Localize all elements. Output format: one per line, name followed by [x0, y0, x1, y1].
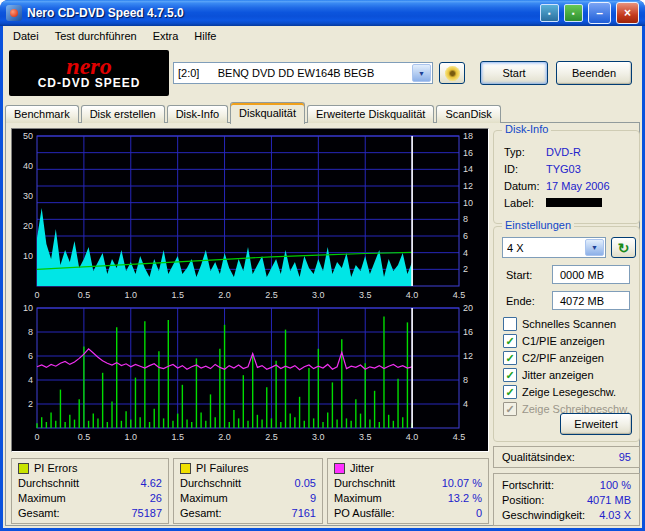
- pi-errors-swatch-icon: [18, 463, 29, 474]
- checkbox-zeige-lesegeschw[interactable]: ✓ Zeige Lesegeschw.: [503, 385, 616, 399]
- tab-erweiterte-diskqualitaet[interactable]: Erweiterte Diskqualität: [307, 105, 434, 123]
- chevron-down-icon[interactable]: ▼: [412, 64, 431, 82]
- disk-info-caption: Disk-Info: [502, 123, 551, 135]
- close-button[interactable]: ×: [616, 2, 639, 24]
- drive-select[interactable]: [2:0] BENQ DVD DD EW164B BEGB ▼: [173, 62, 433, 84]
- checkbox-jitter-anzeigen[interactable]: ✓ Jitter anzeigen: [503, 368, 594, 382]
- svg-text:2: 2: [28, 399, 33, 409]
- start-mb-field[interactable]: 0000 MB: [552, 265, 630, 284]
- pi-failures-title: PI Failures: [196, 462, 249, 474]
- menu-item-datei[interactable]: Datei: [5, 28, 47, 44]
- check-icon: ✓: [505, 387, 514, 397]
- progress-row: Fortschritt: 100 %: [502, 477, 631, 492]
- svg-text:12: 12: [463, 181, 473, 191]
- speed-row: Geschwindigkeit: 4.03 X: [502, 507, 631, 522]
- jitter-title: Jitter: [350, 462, 374, 474]
- stat-row: Durchschnitt0.05: [174, 475, 322, 490]
- svg-text:10: 10: [463, 198, 473, 208]
- checkbox-box[interactable]: ✓: [503, 385, 517, 399]
- svg-text:4.5: 4.5: [453, 432, 466, 442]
- jitter-panel: Jitter Durchschnitt10.07 % Maximum13.2 %…: [327, 458, 489, 524]
- minimize-button[interactable]: –: [588, 2, 611, 24]
- svg-text:20: 20: [23, 221, 33, 231]
- stat-row: Gesamt:7161: [174, 505, 322, 520]
- refresh-disc-button[interactable]: ↻: [611, 237, 636, 258]
- disc-icon: [445, 66, 460, 81]
- end-mb-label: Ende:: [506, 295, 535, 307]
- svg-text:1.0: 1.0: [125, 432, 138, 442]
- checkbox-schnelles-scannen[interactable]: ✓ Schnelles Scannen: [503, 317, 616, 331]
- title-bar[interactable]: Nero CD-DVD Speed 4.7.5.0 ▪ ▪ – ×: [0, 0, 645, 26]
- nero-product-text: CD-DVD SPEED: [38, 76, 141, 90]
- settings-group: Einstellungen 4 X ▼ ↻ Start: 0000 MB End…: [493, 226, 640, 442]
- svg-text:8: 8: [463, 375, 468, 385]
- svg-text:1.5: 1.5: [171, 290, 184, 300]
- app-icon: [6, 5, 22, 21]
- disk-info-row-label: Label:: [494, 194, 639, 211]
- settings-caption: Einstellungen: [502, 219, 574, 231]
- svg-text:16: 16: [463, 148, 473, 158]
- chevron-down-icon[interactable]: ▼: [585, 239, 604, 256]
- end-mb-field[interactable]: 4072 MB: [552, 291, 630, 310]
- svg-text:1.5: 1.5: [171, 432, 184, 442]
- position-row: Position: 4071 MB: [502, 492, 631, 507]
- svg-text:4.5: 4.5: [453, 290, 466, 300]
- tab-scandisk[interactable]: ScanDisk: [436, 105, 500, 123]
- menu-item-test-durchfuehren[interactable]: Test durchführen: [47, 28, 145, 44]
- disk-info-group: Disk-Info Typ: DVD-R ID: TYG03 Datum: 17…: [493, 130, 640, 224]
- start-mb-label: Start:: [506, 269, 532, 281]
- svg-text:0: 0: [34, 290, 39, 300]
- app-window: Nero CD-DVD Speed 4.7.5.0 ▪ ▪ – × Datei …: [0, 0, 645, 531]
- speed-select[interactable]: 4 X ▼: [502, 237, 606, 258]
- pi-errors-title: PI Errors: [34, 462, 77, 474]
- quit-button[interactable]: Beenden: [556, 61, 632, 85]
- quality-index-box: Qualitätsindex: 95: [493, 446, 640, 468]
- checkbox-box[interactable]: ✓: [503, 351, 517, 365]
- progress-box: Fortschritt: 100 % Position: 4071 MB Ges…: [493, 473, 640, 526]
- check-icon: ✓: [505, 336, 514, 346]
- svg-text:4.0: 4.0: [406, 432, 419, 442]
- nero-logo: nero CD-DVD SPEED: [9, 50, 169, 96]
- titlebar-badge-icon-1[interactable]: ▪: [540, 4, 559, 22]
- tab-disk-erstellen[interactable]: Disk erstellen: [81, 105, 165, 123]
- pi-errors-panel: PI Errors Durchschnitt4.62 Maximum26 Ges…: [11, 458, 169, 524]
- tab-disk-info[interactable]: Disk-Info: [167, 105, 228, 123]
- tab-strip: Benchmark Disk erstellen Disk-Info Diskq…: [5, 102, 503, 123]
- svg-text:3.0: 3.0: [312, 432, 325, 442]
- svg-text:0: 0: [34, 432, 39, 442]
- drive-select-value: [2:0] BENQ DVD DD EW164B BEGB: [178, 67, 411, 79]
- svg-text:2.0: 2.0: [218, 290, 231, 300]
- checkbox-c1-pie-anzeigen[interactable]: ✓ C1/PIE anzeigen: [503, 334, 605, 348]
- svg-text:40: 40: [23, 161, 33, 171]
- svg-text:3.5: 3.5: [359, 290, 372, 300]
- checkbox-box[interactable]: ✓: [503, 317, 517, 331]
- svg-text:10: 10: [23, 303, 33, 313]
- checkbox-box[interactable]: ✓: [503, 368, 517, 382]
- tab-diskqualitaet[interactable]: Diskqualität: [230, 102, 305, 124]
- titlebar-badge-icon-2[interactable]: ▪: [564, 4, 583, 22]
- advanced-button[interactable]: Erweitert: [560, 413, 632, 435]
- disk-info-row-datum: Datum: 17 May 2006: [494, 177, 639, 194]
- check-icon: ✓: [505, 404, 514, 414]
- eject-disc-button[interactable]: [439, 62, 465, 84]
- menu-item-hilfe[interactable]: Hilfe: [186, 28, 224, 44]
- svg-text:16: 16: [463, 327, 473, 337]
- label-redacted: [546, 198, 602, 207]
- jitter-swatch-icon: [334, 463, 345, 474]
- speed-select-value: 4 X: [507, 242, 584, 254]
- svg-text:14: 14: [463, 164, 473, 174]
- disk-info-row-id: ID: TYG03: [494, 160, 639, 177]
- svg-text:4: 4: [463, 248, 468, 258]
- menu-item-extra[interactable]: Extra: [145, 28, 187, 44]
- start-button[interactable]: Start: [480, 61, 548, 85]
- svg-text:50: 50: [23, 131, 33, 141]
- disk-info-row-typ: Typ: DVD-R: [494, 143, 639, 160]
- checkbox-c2-pif-anzeigen[interactable]: ✓ C2/PIF anzeigen: [503, 351, 604, 365]
- quality-charts: 10203040502468101214161800.51.01.52.02.5…: [13, 130, 487, 450]
- svg-text:6: 6: [463, 231, 468, 241]
- svg-text:18: 18: [463, 131, 473, 141]
- tab-benchmark[interactable]: Benchmark: [5, 105, 79, 123]
- checkbox-box[interactable]: ✓: [503, 334, 517, 348]
- svg-text:6: 6: [28, 351, 33, 361]
- stat-row: Maximum13.2 %: [328, 490, 488, 505]
